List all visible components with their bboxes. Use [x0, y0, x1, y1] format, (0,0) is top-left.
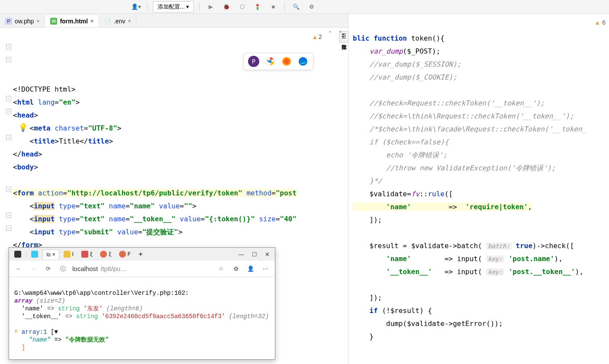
editor-tabs: Pow.php× Hform.html× 📄.env× [0, 14, 348, 28]
svg-point-0 [256, 4, 259, 6]
firefox-icon[interactable] [281, 56, 292, 67]
warning-icon: ▲ [313, 30, 316, 43]
close-icon[interactable]: × [128, 18, 131, 24]
chrome-icon[interactable] [264, 56, 276, 67]
minimize-icon[interactable]: — [238, 251, 244, 258]
fold-icon[interactable]: − [6, 44, 11, 49]
browser-tab[interactable] [28, 249, 42, 259]
close-icon[interactable]: ✕ [265, 251, 270, 258]
svg-rect-1 [257, 7, 258, 10]
tab-icon [31, 251, 38, 258]
browser-tab[interactable]: ξ [78, 249, 96, 259]
php-icon [119, 251, 126, 258]
phpstorm-icon[interactable]: P [248, 56, 259, 67]
close-icon[interactable]: × [36, 18, 39, 24]
prev-occurrence-icon[interactable]: ˄ [325, 29, 334, 38]
user-icon[interactable]: 👤▾ [130, 2, 142, 12]
close-icon[interactable]: × [52, 252, 55, 258]
pdf-icon [81, 251, 88, 258]
profile-icon[interactable]: 👤 [245, 264, 256, 274]
warning-icon: ▲ [594, 19, 600, 26]
browser-window: | lo × I ξ ξ F + — ☐ ✕ ← → ⟳ ⓘ localhost… [9, 247, 275, 360]
php-icon [100, 251, 107, 258]
right-code-editor[interactable]: blic function token(){ var_dump($_POST);… [348, 14, 609, 356]
right-editor-pane: ▲6 blic function token(){ var_dump($_POS… [348, 14, 609, 364]
search-icon[interactable]: 🔍 [290, 2, 302, 12]
debug-icon[interactable]: 🐞 [220, 2, 232, 12]
run-config-dropdown[interactable]: 添加配置... ▾ [153, 1, 194, 13]
fold-icon[interactable]: − [6, 135, 11, 140]
php-file-icon: P [5, 18, 12, 25]
info-icon[interactable]: ⓘ [58, 264, 68, 274]
stop-icon[interactable]: ■ [267, 2, 279, 12]
pma-icon [64, 251, 71, 258]
intention-bulb-icon[interactable]: 💡 [18, 121, 28, 134]
reload-icon[interactable]: ⟳ [43, 264, 53, 274]
edge-icon[interactable] [297, 56, 309, 67]
menu-icon[interactable]: ⋯ [260, 264, 271, 274]
next-occurrence-icon[interactable]: ˅ [336, 29, 345, 38]
url-display[interactable]: localhost/tp6/pu... [72, 265, 126, 272]
browser-tab[interactable] [11, 249, 25, 259]
maximize-icon[interactable]: ☐ [252, 251, 257, 258]
fold-icon[interactable]: − [6, 96, 11, 101]
coverage-icon[interactable]: ⬡ [236, 2, 248, 12]
browser-tab[interactable]: F [116, 249, 134, 259]
tab-env[interactable]: 📄.env× [99, 15, 136, 27]
tab-form-html[interactable]: Hform.html× [45, 15, 99, 27]
new-tab-button[interactable]: + [135, 249, 146, 260]
fold-icon[interactable]: − [6, 226, 11, 231]
fold-icon[interactable]: − [6, 187, 11, 192]
browser-tab[interactable]: I [60, 249, 77, 259]
browser-tab-active[interactable]: lo × [42, 249, 59, 259]
browser-address-bar: ← → ⟳ ⓘ localhost/tp6/pu... ☆ ✿ 👤 ⋯ [9, 261, 275, 277]
browser-titlebar[interactable]: | lo × I ξ ξ F + — ☐ ✕ [9, 248, 275, 261]
profile-icon[interactable] [251, 2, 264, 12]
html-file-icon: H [50, 18, 57, 25]
tab-ow-php[interactable]: Pow.php× [0, 15, 45, 27]
back-icon[interactable]: ← [13, 264, 24, 274]
run-icon[interactable]: ▶ [205, 2, 217, 12]
fold-icon[interactable]: − [6, 109, 11, 114]
fold-icon[interactable]: − [6, 57, 11, 62]
env-file-icon: 📄 [104, 18, 111, 25]
tab-icon [14, 251, 21, 258]
svg-point-5 [284, 59, 289, 64]
extensions-icon[interactable]: ✿ [231, 264, 241, 274]
inspection-badge[interactable]: ▲2 [313, 30, 322, 43]
favorite-icon[interactable]: ☆ [216, 264, 226, 274]
browser-preview-icons: P [243, 53, 313, 70]
main-toolbar: 👤▾ 添加配置... ▾ ▶ 🐞 ⬡ ■ 🔍 ⚙ [0, 0, 609, 14]
close-icon[interactable]: × [90, 18, 93, 24]
browser-content[interactable]: G:\wamp64\www\tp6\app\controller\Verify.… [9, 277, 275, 359]
settings-icon[interactable]: ⚙ [306, 2, 318, 12]
collapse-icon[interactable]: ▼ [54, 329, 58, 335]
fold-icon[interactable]: − [6, 213, 11, 218]
browser-tab[interactable]: ξ [97, 249, 114, 259]
forward-icon[interactable]: → [28, 264, 39, 274]
inspection-badge[interactable]: ▲6 [594, 19, 606, 26]
